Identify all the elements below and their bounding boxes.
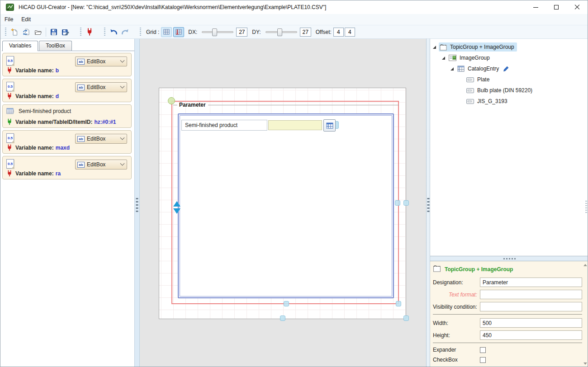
catalog-table-button[interactable] — [323, 119, 336, 132]
tree-expander-icon[interactable] — [433, 46, 436, 49]
variable-card-semi-finished[interactable]: Semi-finished product Variable name/Tabl… — [2, 104, 132, 128]
editbox-icon: ab — [77, 85, 85, 90]
canvas-row-label[interactable]: Semi-finished product — [181, 120, 267, 131]
groupbox-title[interactable]: Parameter — [179, 102, 206, 108]
tree-row-topicgroup[interactable]: TopicGroup + ImageGroup — [431, 42, 588, 52]
dx-slider-thumb[interactable] — [212, 28, 217, 36]
toolbar: Grid : DX: DY: Offset: — [0, 25, 588, 39]
width-input[interactable] — [480, 318, 582, 328]
offset-x-input[interactable] — [333, 28, 344, 37]
close-icon — [574, 5, 580, 10]
save-as-button[interactable] — [60, 26, 71, 38]
minimize-button[interactable] — [525, 0, 546, 14]
tree-row-jis[interactable]: JIS_G_3193 — [465, 96, 588, 107]
tab-toolbox[interactable]: ToolBox — [39, 41, 72, 51]
grid-toggle-button[interactable] — [161, 27, 172, 37]
numeric-doc-icon: 0.5 — [6, 133, 14, 143]
offset-y-input[interactable] — [345, 28, 355, 37]
splitter-grip[interactable] — [427, 198, 429, 213]
tree-row-plate[interactable]: Plate — [465, 74, 588, 85]
right-splitter[interactable] — [426, 39, 430, 367]
left-splitter[interactable] — [134, 39, 140, 367]
height-input[interactable] — [480, 330, 582, 340]
designation-input[interactable] — [480, 278, 582, 287]
toolbar-grip[interactable] — [104, 28, 105, 37]
redo-button[interactable] — [119, 26, 131, 38]
table-doc-icon — [6, 108, 15, 115]
dy-slider-thumb[interactable] — [277, 28, 282, 36]
entry-icon — [466, 88, 474, 93]
resize-handle-bottom[interactable] — [284, 301, 289, 306]
tree-edge-grip[interactable] — [585, 201, 587, 214]
grid-snap-button[interactable] — [173, 27, 184, 37]
plug-red-icon — [7, 170, 12, 177]
origin-handle[interactable] — [168, 97, 175, 104]
groupbox-border-line — [208, 105, 399, 105]
splitter-grip[interactable] — [136, 198, 138, 213]
close-button[interactable] — [567, 0, 588, 14]
dy-value-input[interactable] — [300, 28, 311, 37]
groupbox-header[interactable]: Parameter — [173, 102, 399, 108]
visibility-condition-input[interactable] — [480, 302, 582, 311]
splitter-arrow-down-icon[interactable] — [173, 208, 180, 214]
new-file-button[interactable] — [9, 26, 20, 38]
control-type-dropdown[interactable]: ab EditBox — [75, 134, 127, 144]
variable-plug-button[interactable] — [84, 26, 95, 38]
save-button[interactable] — [48, 26, 60, 38]
catalog-panel[interactable]: Semi-finished product — [178, 113, 394, 298]
toolbar-grip[interactable] — [5, 28, 6, 37]
titlebar: HiCAD GUI-Creator - [New: "C:\hicad_svn\… — [0, 0, 588, 14]
save-as-icon — [62, 28, 70, 36]
catalogentry-icon — [457, 66, 465, 72]
checkbox-checkbox[interactable] — [480, 357, 486, 363]
menu-file[interactable]: File — [0, 14, 17, 25]
tree-expander-icon[interactable] — [442, 56, 445, 60]
tab-variables[interactable]: Variables — [2, 41, 38, 51]
scroll-up-icon[interactable] — [583, 264, 587, 266]
tree-expander-icon[interactable] — [450, 67, 454, 71]
reload-file-icon — [22, 28, 30, 36]
variable-card-ra[interactable]: 0.5 ab EditBox Variable name: ra — [2, 156, 132, 179]
splitter-arrow-up-icon[interactable] — [173, 201, 180, 207]
reload-file-button[interactable] — [20, 26, 32, 38]
menu-edit[interactable]: Edit — [17, 14, 35, 25]
undo-button[interactable] — [108, 26, 119, 38]
edit-pencil-icon[interactable] — [503, 66, 509, 72]
variable-card-d[interactable]: 0.5 ab EditBox Variable name: d — [2, 79, 132, 102]
open-folder-button[interactable] — [32, 26, 44, 38]
control-type-dropdown[interactable]: ab EditBox — [75, 56, 127, 66]
control-type-dropdown[interactable]: ab EditBox — [75, 82, 127, 92]
resize-handle-canvas-bottom-right[interactable] — [403, 315, 409, 321]
dx-slider[interactable] — [202, 31, 233, 33]
dx-value-input[interactable] — [236, 28, 247, 37]
tree-selected-item[interactable]: TopicGroup + ImageGroup — [439, 42, 517, 52]
control-type-dropdown[interactable]: ab EditBox — [75, 160, 127, 169]
maximize-button[interactable] — [546, 0, 567, 14]
resize-handle-canvas-bottom[interactable] — [280, 315, 285, 321]
design-canvas[interactable]: Parameter Semi-finished product — [159, 88, 406, 319]
undo-icon — [109, 28, 118, 36]
toolbar-grip[interactable] — [140, 28, 141, 37]
topicgroup-icon — [433, 265, 441, 273]
chevron-down-icon — [120, 135, 125, 140]
variable-card-maxd[interactable]: 0.5 ab EditBox Variable name: maxd — [2, 130, 132, 154]
scroll-down-icon[interactable] — [583, 362, 587, 365]
tree-row-catalogentry[interactable]: CatalogEntry — [449, 63, 588, 74]
expander-checkbox[interactable] — [480, 347, 486, 353]
resize-handle-bottom-right[interactable] — [396, 301, 401, 306]
numeric-doc-icon: 0.5 — [6, 159, 14, 169]
resize-handle-right[interactable] — [395, 200, 400, 206]
toolbar-grip[interactable] — [80, 28, 81, 37]
width-label: Width: — [433, 320, 480, 326]
tree-row-imagegroup[interactable]: ImageGroup — [440, 52, 588, 63]
resize-handle-canvas-right[interactable] — [403, 200, 409, 206]
horizontal-splitter[interactable] — [430, 256, 588, 261]
canvas-row-edit-field[interactable] — [268, 120, 322, 130]
text-format-input[interactable] — [480, 290, 582, 299]
dy-slider[interactable] — [266, 31, 297, 33]
visibility-condition-label: Visibility condition: — [433, 304, 480, 310]
plug-red-icon — [7, 93, 12, 99]
dy-label: DY: — [252, 29, 261, 35]
variable-card-b[interactable]: 0.5 ab EditBox Variable name: b — [2, 53, 132, 76]
tree-row-bulb-plate[interactable]: Bulb plate (DIN 59220) — [465, 85, 588, 96]
